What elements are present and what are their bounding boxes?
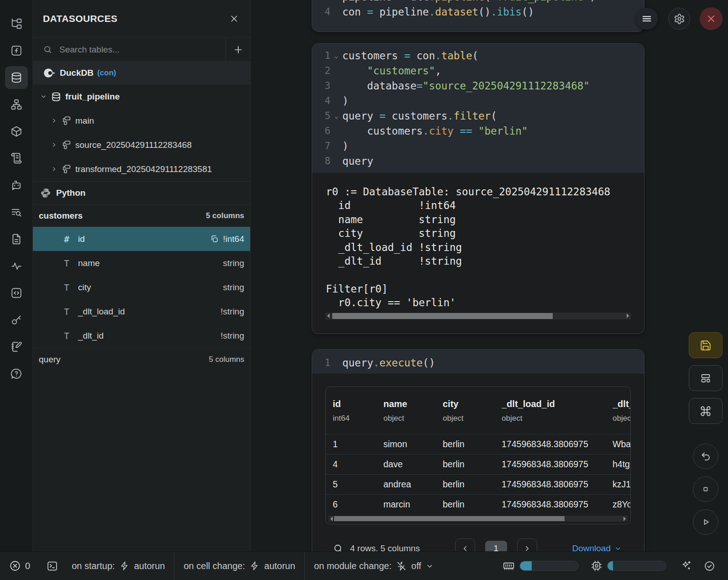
functions-button[interactable] [5,39,28,62]
search-input[interactable] [59,45,225,55]
status-bar: 0 on startup: autorun on cell change: au… [0,551,728,580]
column-header-dtype: object [613,414,630,423]
table-row[interactable]: 1simonberlin1745968348.3806975Wba [326,434,630,454]
connection-row-duckdb[interactable]: DuckDB (con) [33,62,250,84]
text-type-icon: T [62,331,72,341]
table-cell: 1745968348.3806975 [502,439,613,449]
table-horizontal-scrollbar[interactable] [329,516,628,522]
packages-button[interactable] [5,120,28,143]
code-cell-3[interactable]: 1query.execute() idint64nameobjectcityob… [312,349,644,551]
box-icon [10,125,22,137]
datasources-panel: DATASOURCES DuckDB (con) fruit_pipeline … [33,0,251,551]
chevron-down-icon [426,562,434,570]
column-row-_dlt_id[interactable]: T_dlt_id!string [33,324,250,348]
table-column-header-id[interactable]: idint64 [333,399,383,423]
scrollbar-thumb[interactable] [334,516,565,521]
schema-item-main[interactable]: main [33,109,250,133]
table-column-header-_dlt_load_id[interactable]: _dlt_load_idobject [502,399,613,423]
table-header-customers[interactable]: customers 5 columns [33,204,250,227]
database-item-fruit-pipeline[interactable]: fruit_pipeline [33,84,250,109]
scroll-right-arrow-icon[interactable] [623,517,626,521]
scroll-left-arrow-icon[interactable] [330,517,333,521]
horizontal-scrollbar[interactable] [325,313,631,319]
terminal-button[interactable] [47,560,58,572]
settings-button[interactable] [668,8,690,30]
table-column-count: 5 columns [209,355,244,364]
previous-page-button[interactable] [455,538,475,551]
secrets-button[interactable] [5,308,28,331]
download-link[interactable]: Download [572,543,622,551]
table-row[interactable]: 6marcinberlin1745968348.3806975z8Yo [326,494,630,514]
scrollbar-thumb[interactable] [332,313,553,319]
ai-assistant-button[interactable] [680,560,692,572]
on-startup-setting[interactable]: on startup: autorun [72,561,165,571]
database-icon [51,92,61,102]
table-cell: berlin [443,459,502,470]
table-column-header-name[interactable]: nameobject [383,399,443,423]
snippets-button[interactable] [5,282,28,304]
datasources-button[interactable] [5,66,28,89]
layout-button[interactable] [689,365,723,391]
database-icon [10,72,22,84]
column-row-_dlt_load_id[interactable]: T_dlt_load_id!string [33,299,250,324]
on-module-change-setting[interactable]: on module change: off [314,561,434,571]
undo-button[interactable] [693,444,718,469]
shutdown-button[interactable] [700,7,723,30]
stop-button[interactable] [693,476,718,502]
ram-meter-fill [520,561,532,570]
table-cell: simon [383,439,443,449]
schema-item-source_202504291112283468[interactable]: source_202504291112283468 [33,133,250,157]
column-row-city[interactable]: Tcitystring [33,275,250,299]
command-palette-button[interactable] [689,398,723,424]
cpu-usage [591,560,666,572]
python-section-header[interactable]: Python [33,181,250,204]
table-row[interactable]: 4daveberlin1745968348.3806975h4tg [326,454,630,474]
column-row-name[interactable]: Tnamestring [33,251,250,275]
logs-button[interactable] [5,147,28,170]
chevron-right-icon [523,544,531,551]
next-page-button[interactable] [517,538,537,551]
file-tree-button[interactable] [5,12,28,35]
table-cell: 5 [333,479,383,490]
code-cell-2[interactable]: 1⌄customers = con.table(2 "customers",3 … [312,43,644,334]
log-search-button[interactable] [5,201,28,224]
table-column-header-_dlt_id[interactable]: _dlt_idobject [613,399,630,423]
scroll-right-arrow-icon[interactable] [627,314,629,318]
close-panel-button[interactable] [229,14,239,24]
documentation-button[interactable] [5,228,28,251]
column-type: !int64 [223,234,244,244]
column-header-dtype: object [502,414,613,423]
table-search-icon[interactable] [333,543,344,551]
errors-indicator[interactable]: 0 [9,560,30,572]
ai-chat-button[interactable] [5,174,28,197]
save-button[interactable] [689,332,723,358]
scratchpad-button[interactable] [5,335,28,358]
datasources-header: DATASOURCES [33,0,250,37]
copy-icon[interactable] [210,235,219,243]
table-cell: berlin [443,479,502,490]
scroll-left-arrow-icon[interactable] [327,314,330,318]
column-type: !string [220,307,244,317]
help-button[interactable] [5,362,28,385]
notebook-area: 3pipeline = dlt.pipeline("fruit_pipeline… [251,0,728,551]
tracing-button[interactable] [5,255,28,277]
key-icon [10,314,22,326]
table-row[interactable]: 5andreaberlin1745968348.3806975kzJ1 [326,474,630,494]
play-icon [700,517,711,528]
text-type-icon: T [62,258,72,268]
table-header-query[interactable]: query 5 columns [33,348,250,371]
run-button[interactable] [693,509,718,535]
on-cell-change-setting[interactable]: on cell change: autorun [183,561,295,571]
table-column-header-city[interactable]: cityobject [443,399,502,423]
command-icon [700,405,712,417]
page-number[interactable]: 1 [485,541,507,551]
schema-item-transformed_202504291112283581[interactable]: transformed_202504291112283581 [33,157,250,181]
database-name: fruit_pipeline [65,92,120,102]
column-row-id[interactable]: #id!int64 [33,227,250,251]
dependency-graph-button[interactable] [5,93,28,116]
add-datasource-button[interactable] [225,38,250,61]
menu-button[interactable] [636,8,658,30]
connection-status-button[interactable] [704,560,715,572]
code-cell-1[interactable]: 3pipeline = dlt.pipeline("fruit_pipeline… [312,0,644,32]
close-x-icon [706,13,717,24]
